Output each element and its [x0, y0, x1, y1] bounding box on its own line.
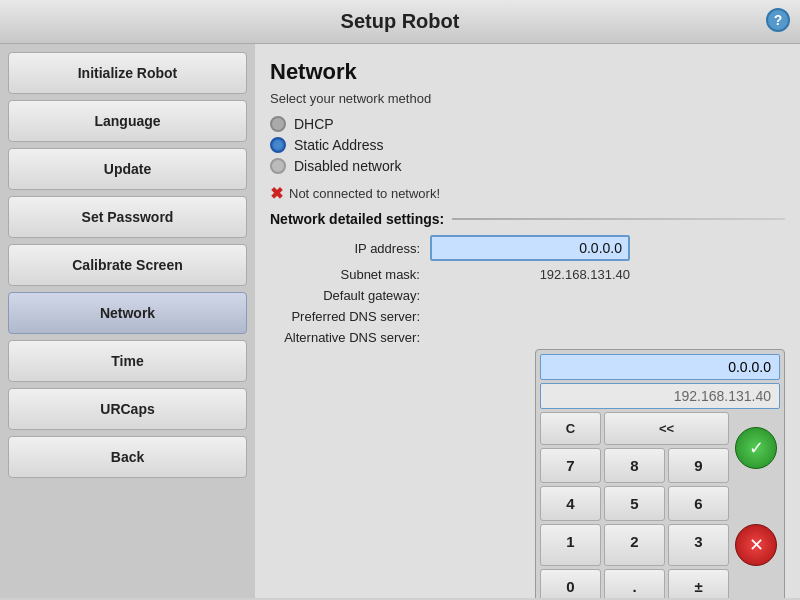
radio-dhcp[interactable]: DHCP [270, 116, 785, 132]
radio-dhcp-circle [270, 116, 286, 132]
radio-disabled-label: Disabled network [294, 158, 401, 174]
connection-status-text: Not connected to network! [289, 186, 440, 201]
content-title: Network [270, 59, 785, 85]
keypad-dot-button[interactable]: . [604, 569, 665, 598]
sidebar-item-initialize-robot[interactable]: Initialize Robot [8, 52, 247, 94]
ip-address-row: IP address: 0.0.0.0 [270, 235, 785, 261]
divider-line [452, 218, 785, 220]
sidebar-item-language[interactable]: Language [8, 100, 247, 142]
keypad-display-primary: 0.0.0.0 [540, 354, 780, 380]
keypad-1-button[interactable]: 1 [540, 524, 601, 566]
radio-disabled-circle [270, 158, 286, 174]
alternative-dns-row: Alternative DNS server: [270, 330, 785, 345]
content-wrapper: Network Select your network method DHCP … [270, 59, 785, 345]
keypad-3-button[interactable]: 3 [668, 524, 729, 566]
page-title: Setup Robot [341, 10, 460, 32]
network-settings-title: Network detailed settings: [270, 211, 444, 227]
main-layout: Initialize Robot Language Update Set Pas… [0, 44, 800, 598]
radio-disabled-network[interactable]: Disabled network [270, 158, 785, 174]
subnet-mask-label: Subnet mask: [270, 267, 430, 282]
keypad-7-button[interactable]: 7 [540, 448, 601, 483]
sidebar-item-update[interactable]: Update [8, 148, 247, 190]
radio-dhcp-label: DHCP [294, 116, 334, 132]
keypad-plusminus-button[interactable]: ± [668, 569, 729, 598]
network-method-group: DHCP Static Address Disabled network [270, 116, 785, 174]
sidebar-item-set-password[interactable]: Set Password [8, 196, 247, 238]
keypad-8-button[interactable]: 8 [604, 448, 665, 483]
preferred-dns-row: Preferred DNS server: [270, 309, 785, 324]
keypad-9-button[interactable]: 9 [668, 448, 729, 483]
header: Setup Robot ? [0, 0, 800, 44]
ip-address-input[interactable]: 0.0.0.0 [430, 235, 630, 261]
subnet-mask-value: 192.168.131.40 [430, 267, 630, 282]
keypad-5-button[interactable]: 5 [604, 486, 665, 521]
keypad-backspace-button[interactable]: << [604, 412, 729, 445]
sidebar: Initialize Robot Language Update Set Pas… [0, 44, 255, 598]
help-button[interactable]: ? [766, 8, 790, 32]
sidebar-item-urcaps[interactable]: URCaps [8, 388, 247, 430]
alternative-dns-label: Alternative DNS server: [270, 330, 430, 345]
radio-static-circle [270, 137, 286, 153]
keypad-0-button[interactable]: 0 [540, 569, 601, 598]
sidebar-item-back[interactable]: Back [8, 436, 247, 478]
subnet-mask-row: Subnet mask: 192.168.131.40 [270, 267, 785, 282]
not-connected-icon: ✖ [270, 184, 283, 203]
content-area: Network Select your network method DHCP … [255, 44, 800, 598]
keypad-display-secondary: 192.168.131.40 [540, 383, 780, 409]
keypad-confirm-button[interactable]: ✓ [735, 427, 777, 469]
keypad-2-button[interactable]: 2 [604, 524, 665, 566]
radio-static-address[interactable]: Static Address [270, 137, 785, 153]
keypad-4-button[interactable]: 4 [540, 486, 601, 521]
default-gateway-row: Default gateway: [270, 288, 785, 303]
keypad-cancel-button[interactable]: ✕ [735, 524, 777, 566]
keypad-6-button[interactable]: 6 [668, 486, 729, 521]
sidebar-item-network[interactable]: Network [8, 292, 247, 334]
preferred-dns-label: Preferred DNS server: [270, 309, 430, 324]
connection-status-row: ✖ Not connected to network! [270, 184, 785, 203]
content-subtitle: Select your network method [270, 91, 785, 106]
default-gateway-label: Default gateway: [270, 288, 430, 303]
sidebar-item-calibrate-screen[interactable]: Calibrate Screen [8, 244, 247, 286]
keypad-grid: C << ✓ 7 8 9 4 5 6 [540, 412, 780, 598]
ip-address-label: IP address: [270, 241, 430, 256]
network-settings-header: Network detailed settings: [270, 211, 785, 227]
sidebar-item-time[interactable]: Time [8, 340, 247, 382]
keypad-clear-button[interactable]: C [540, 412, 601, 445]
keypad: 0.0.0.0 192.168.131.40 C << ✓ 7 8 9 4 5 [535, 349, 785, 598]
radio-static-label: Static Address [294, 137, 384, 153]
